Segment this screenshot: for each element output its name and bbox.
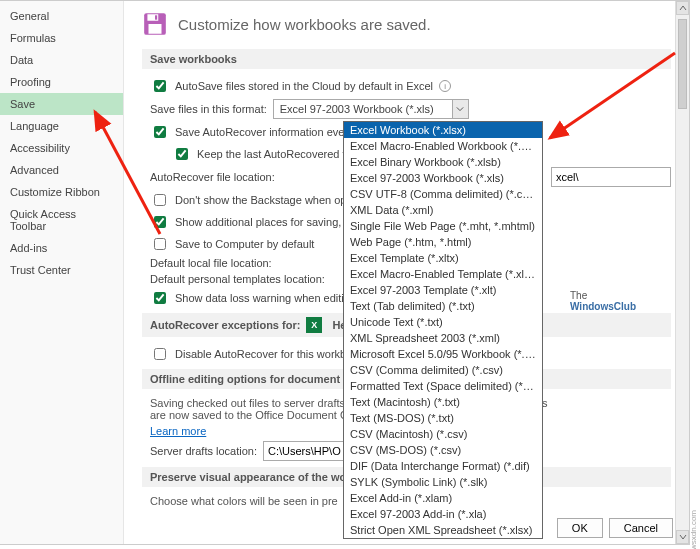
- show-additional-label: Show additional places for saving,: [175, 216, 341, 228]
- sidebar-item-advanced[interactable]: Advanced: [0, 159, 123, 181]
- save-format-combo[interactable]: Excel 97-2003 Workbook (*.xls): [273, 99, 469, 119]
- save-autorecover-label: Save AutoRecover information eve: [175, 126, 344, 138]
- disable-autorecover-checkbox[interactable]: [154, 348, 166, 360]
- server-drafts-label: Server drafts location:: [150, 445, 257, 457]
- dropdown-item[interactable]: XML Data (*.xml): [344, 202, 542, 218]
- keep-last-checkbox[interactable]: [176, 148, 188, 160]
- dropdown-item[interactable]: CSV UTF-8 (Comma delimited) (*.csv): [344, 186, 542, 202]
- sidebar-item-proofing[interactable]: Proofing: [0, 71, 123, 93]
- dropdown-item[interactable]: Excel 97-2003 Add-in (*.xla): [344, 506, 542, 522]
- dropdown-item[interactable]: SYLK (Symbolic Link) (*.slk): [344, 474, 542, 490]
- dropdown-item[interactable]: Excel Template (*.xltx): [344, 250, 542, 266]
- dropdown-item[interactable]: XML Spreadsheet 2003 (*.xml): [344, 330, 542, 346]
- section-save-workbooks: Save workbooks: [142, 49, 671, 69]
- dropdown-item[interactable]: Web Page (*.htm, *.html): [344, 234, 542, 250]
- svg-rect-3: [155, 15, 157, 19]
- autorecover-loc-field[interactable]: [551, 167, 671, 187]
- scroll-down-button[interactable]: [676, 530, 689, 544]
- sidebar-item-save[interactable]: Save: [0, 93, 123, 115]
- server-drafts-field[interactable]: [263, 441, 353, 461]
- default-templates-label: Default personal templates location:: [150, 273, 325, 285]
- dropdown-item[interactable]: Excel Workbook (*.xlsx): [344, 122, 542, 138]
- dropdown-item[interactable]: Text (MS-DOS) (*.txt): [344, 410, 542, 426]
- dropdown-item[interactable]: Excel Macro-Enabled Workbook (*.xlsm): [344, 138, 542, 154]
- autosave-cloud-checkbox[interactable]: [154, 80, 166, 92]
- dropdown-item[interactable]: Excel Macro-Enabled Template (*.xltm): [344, 266, 542, 282]
- save-to-computer-label: Save to Computer by default: [175, 238, 314, 250]
- save-autorecover-checkbox[interactable]: [154, 126, 166, 138]
- sidebar-item-add-ins[interactable]: Add-ins: [0, 237, 123, 259]
- keep-last-label: Keep the last AutoRecovered ve: [197, 148, 354, 160]
- show-data-loss-label: Show data loss warning when editi: [175, 292, 344, 304]
- scroll-up-button[interactable]: [676, 1, 689, 15]
- watermark: The WindowsClub: [570, 290, 636, 312]
- page-header: Customize how workbooks are saved.: [142, 11, 671, 37]
- dropdown-item[interactable]: Text (Macintosh) (*.txt): [344, 394, 542, 410]
- sidebar-item-trust-center[interactable]: Trust Center: [0, 259, 123, 281]
- vertical-scrollbar[interactable]: [675, 1, 689, 544]
- excel-icon: X: [306, 317, 322, 333]
- show-data-loss-checkbox[interactable]: [154, 292, 166, 304]
- autorecover-exceptions-label: AutoRecover exceptions for:: [150, 319, 300, 331]
- sidebar-item-customize-ribbon[interactable]: Customize Ribbon: [0, 181, 123, 203]
- sidebar: General Formulas Data Proofing Save Lang…: [0, 1, 124, 544]
- dialog-buttons: OK Cancel: [557, 518, 673, 538]
- dropdown-item[interactable]: Excel 97-2003 Workbook (*.xls): [344, 170, 542, 186]
- sidebar-item-accessibility[interactable]: Accessibility: [0, 137, 123, 159]
- info-icon[interactable]: i: [439, 80, 451, 92]
- save-icon: [142, 11, 168, 37]
- chevron-down-icon[interactable]: [452, 100, 468, 118]
- learn-more-link[interactable]: Learn more: [150, 425, 206, 437]
- ok-button[interactable]: OK: [557, 518, 603, 538]
- dropdown-item[interactable]: DIF (Data Interchange Format) (*.dif): [344, 458, 542, 474]
- dropdown-item[interactable]: Strict Open XML Spreadsheet (*.xlsx): [344, 522, 542, 538]
- sidebar-item-quick-access-toolbar[interactable]: Quick Access Toolbar: [0, 203, 123, 237]
- dropdown-item[interactable]: CSV (Macintosh) (*.csv): [344, 426, 542, 442]
- dont-show-backstage-label: Don't show the Backstage when op: [175, 194, 346, 206]
- show-additional-checkbox[interactable]: [154, 216, 166, 228]
- svg-rect-2: [149, 24, 162, 34]
- dropdown-item[interactable]: CSV (MS-DOS) (*.csv): [344, 442, 542, 458]
- dropdown-item[interactable]: Text (Tab delimited) (*.txt): [344, 298, 542, 314]
- dropdown-item[interactable]: CSV (Comma delimited) (*.csv): [344, 362, 542, 378]
- dropdown-item[interactable]: Unicode Text (*.txt): [344, 314, 542, 330]
- sidebar-item-formulas[interactable]: Formulas: [0, 27, 123, 49]
- autosave-cloud-label: AutoSave files stored in the Cloud by de…: [175, 80, 433, 92]
- cancel-button[interactable]: Cancel: [609, 518, 673, 538]
- save-format-dropdown-list[interactable]: Excel Workbook (*.xlsx)Excel Macro-Enabl…: [343, 121, 543, 539]
- dropdown-item[interactable]: Excel Binary Workbook (*.xlsb): [344, 154, 542, 170]
- autorecover-loc-label: AutoRecover file location:: [150, 171, 275, 183]
- disable-autorecover-label: Disable AutoRecover for this workb: [175, 348, 346, 360]
- save-format-label: Save files in this format:: [150, 103, 267, 115]
- sidebar-item-general[interactable]: General: [0, 5, 123, 27]
- dropdown-item[interactable]: Excel 97-2003 Template (*.xlt): [344, 282, 542, 298]
- dropdown-item[interactable]: Microsoft Excel 5.0/95 Workbook (*.xls): [344, 346, 542, 362]
- page-title: Customize how workbooks are saved.: [178, 16, 431, 33]
- save-format-value: Excel 97-2003 Workbook (*.xls): [280, 103, 434, 115]
- default-local-label: Default local file location:: [150, 257, 272, 269]
- sidebar-item-data[interactable]: Data: [0, 49, 123, 71]
- sidebar-item-language[interactable]: Language: [0, 115, 123, 137]
- dropdown-item[interactable]: Excel Add-in (*.xlam): [344, 490, 542, 506]
- scroll-thumb[interactable]: [678, 19, 687, 109]
- dropdown-item[interactable]: Formatted Text (Space delimited) (*.prn): [344, 378, 542, 394]
- dont-show-backstage-checkbox[interactable]: [154, 194, 166, 206]
- source-watermark: wsxdn.com: [689, 510, 698, 549]
- save-to-computer-checkbox[interactable]: [154, 238, 166, 250]
- dropdown-item[interactable]: Single File Web Page (*.mht, *.mhtml): [344, 218, 542, 234]
